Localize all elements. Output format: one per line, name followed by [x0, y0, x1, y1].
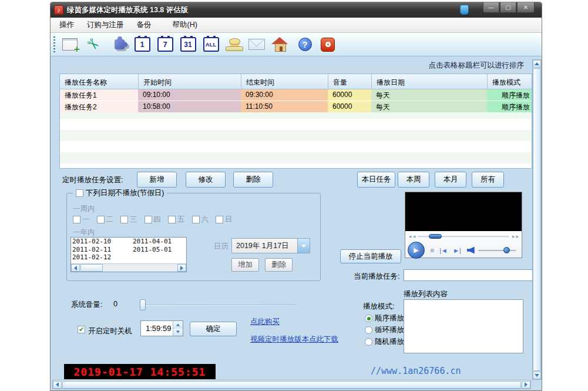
close-button[interactable]: ✕	[517, 2, 535, 13]
playlist-box[interactable]	[404, 299, 523, 353]
minimize-button[interactable]: —	[483, 2, 499, 13]
scroll-left-icon[interactable]	[53, 381, 62, 389]
weekday-checkbox[interactable]	[97, 216, 105, 223]
week-view-button[interactable]: 7	[155, 35, 175, 54]
purchase-button[interactable]	[224, 35, 244, 54]
cell-volume: 60000	[328, 89, 371, 101]
holiday-date[interactable]: 2011-02-11	[72, 246, 133, 254]
listbox-hscrollbar[interactable]	[71, 263, 186, 272]
table-row[interactable]: 播放任务1 09:10:00 09:30:00 60000 每天 顺序播放	[60, 89, 532, 101]
filter-all-button[interactable]: 所有	[472, 172, 504, 188]
new-task-button[interactable]: +	[60, 35, 80, 54]
skin-shirt-icon[interactable]	[460, 5, 469, 15]
scroll-right-icon[interactable]	[522, 381, 530, 389]
col-header-play-mode[interactable]: 播放模式	[487, 74, 532, 89]
maximize-button[interactable]: ▢	[500, 2, 516, 13]
next-button[interactable]: ►|	[453, 247, 461, 254]
weekday-checkbox[interactable]	[145, 216, 152, 223]
filter-month-button[interactable]: 本月	[435, 172, 466, 188]
calendar-dropdown[interactable]: 2019年 1月17日	[231, 238, 310, 253]
delete-date-button[interactable]: 删除	[265, 258, 293, 272]
holiday-date[interactable]: 2011-04-01	[133, 238, 172, 246]
seek-forward-icon[interactable]: ►►	[511, 234, 519, 239]
col-header-end-time[interactable]: 结束时间	[241, 74, 328, 89]
buy-link[interactable]: 点此购买	[250, 317, 280, 327]
filter-today-button[interactable]: 本日任务	[357, 172, 395, 188]
weekday-checkbox[interactable]	[168, 216, 176, 223]
spin-down-icon[interactable]	[173, 329, 183, 336]
exit-button[interactable]	[318, 35, 338, 54]
holiday-date[interactable]: 2011-02-12	[72, 253, 133, 262]
cut-button[interactable]: ✂	[83, 35, 103, 54]
add-date-button[interactable]: 增加	[231, 258, 259, 272]
cell-volume: 60000	[328, 101, 371, 112]
seek-handle[interactable]	[429, 234, 442, 239]
holiday-date[interactable]: 2011-05-01	[133, 246, 172, 254]
horizontal-scrollbar[interactable]	[52, 380, 531, 389]
radio-random[interactable]: 随机播放	[365, 337, 404, 347]
scroll-down-icon[interactable]	[533, 372, 541, 379]
modify-task-button[interactable]: 修改	[186, 172, 226, 188]
system-volume-handle[interactable]	[140, 299, 146, 310]
website-text[interactable]: //www.1an26766.cn	[371, 366, 461, 376]
play-button[interactable]: ▶	[408, 242, 425, 259]
spin-up-icon[interactable]	[173, 321, 183, 329]
weekday-checkbox[interactable]	[216, 216, 223, 223]
scroll-left-icon[interactable]	[71, 264, 80, 272]
seek-track[interactable]	[418, 236, 509, 238]
weekday-label: 三	[130, 215, 137, 225]
weekday-checkbox[interactable]	[192, 216, 200, 223]
all-view-button[interactable]: ALL	[201, 35, 221, 54]
day-view-button[interactable]: 1	[132, 35, 152, 54]
table-row[interactable]: 播放任务2 10:58:00 11:10:50 60000 每天 顺序播放	[60, 101, 532, 112]
previous-button[interactable]: |◄	[439, 247, 448, 254]
seek-back-icon[interactable]: ◄◄	[408, 234, 416, 239]
weekday-checkbox[interactable]	[120, 216, 128, 223]
help-button[interactable]: ?	[295, 35, 315, 54]
shutdown-checkbox[interactable]: ✔	[78, 326, 85, 333]
holiday-date[interactable]: 2011-02-10	[72, 238, 133, 246]
player-controls: ◄◄ ►► ▶ ■ |◄ ►|	[405, 231, 522, 258]
radio-label: 随机播放	[375, 337, 404, 347]
current-task-field[interactable]	[404, 269, 533, 281]
radio-loop[interactable]: 循环播放	[365, 325, 404, 335]
volume-handle[interactable]	[503, 247, 510, 253]
cell-task-name: 播放任务2	[60, 101, 138, 112]
vertical-scroll-thumb[interactable]	[533, 68, 541, 371]
weekday-checkbox[interactable]	[73, 216, 80, 223]
system-volume-track[interactable]	[142, 305, 297, 306]
mail-button[interactable]	[247, 35, 267, 54]
col-header-play-date[interactable]: 播放日期	[371, 74, 487, 89]
scroll-up-icon[interactable]	[533, 60, 541, 68]
speaker-icon[interactable]	[467, 247, 475, 254]
holiday-checkbox[interactable]	[76, 189, 83, 197]
stop-button[interactable]: ■	[430, 246, 434, 255]
menu-backup[interactable]: 备份	[130, 18, 158, 32]
settings-button[interactable]	[109, 35, 129, 54]
col-header-task-name[interactable]: 播放任务名称	[60, 74, 138, 89]
scroll-right-icon[interactable]	[177, 264, 186, 272]
radio-sequential[interactable]: 顺序播放	[365, 313, 404, 323]
menu-operate[interactable]: 操作	[53, 18, 80, 32]
vertical-scrollbar[interactable]	[532, 59, 542, 380]
menu-help[interactable]: 帮助(H)	[166, 18, 204, 32]
stop-current-button[interactable]: 停止当前播放	[340, 249, 401, 263]
col-header-start-time[interactable]: 开始时间	[138, 74, 241, 89]
confirm-button[interactable]: 确定	[190, 322, 237, 336]
download-link[interactable]: 视频定时播放版本点此下载	[250, 335, 338, 345]
horizontal-scroll-thumb[interactable]	[62, 381, 521, 389]
add-task-button[interactable]: 新增	[137, 172, 177, 188]
delete-task-button[interactable]: 删除	[233, 172, 273, 188]
volume-track[interactable]	[478, 250, 516, 251]
col-header-volume[interactable]: 音量	[328, 74, 371, 89]
holiday-dates-listbox[interactable]: 2011-02-102011-04-01 2011-02-112011-05-0…	[70, 237, 187, 272]
month-view-button[interactable]: 31	[178, 35, 198, 54]
homepage-button[interactable]	[270, 35, 290, 54]
filter-week-button[interactable]: 本周	[398, 172, 429, 188]
week-section-label: 一周内	[73, 204, 95, 214]
scroll-thumb[interactable]	[80, 264, 103, 272]
menu-purchase-register[interactable]: 订购与注册	[80, 18, 130, 32]
shutdown-time-spinner[interactable]: 1:59:59	[140, 320, 183, 336]
chevron-down-icon[interactable]	[297, 239, 310, 253]
menu-bar: 操作 订购与注册 备份 帮助(H)	[51, 18, 542, 33]
